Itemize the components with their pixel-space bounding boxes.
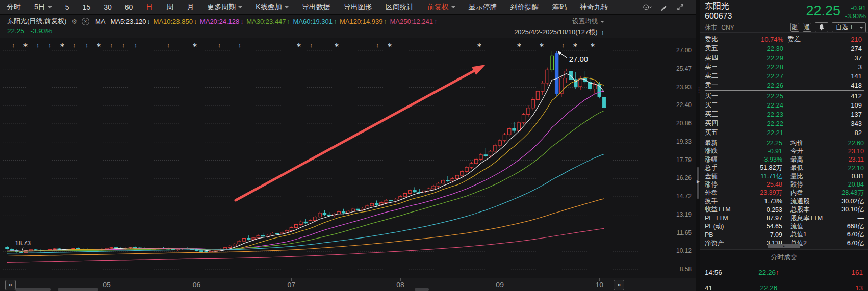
candle[interactable] (527, 105, 530, 117)
event-star-icon[interactable]: ∗ (477, 41, 482, 49)
candle[interactable] (541, 81, 544, 95)
candle[interactable] (508, 127, 511, 137)
candle[interactable] (242, 237, 245, 242)
event-star-icon[interactable]: ∗ (60, 41, 65, 49)
candle[interactable] (238, 240, 241, 244)
candle[interactable] (6, 246, 9, 249)
toolbar-item-5day[interactable]: 5日 (28, 0, 59, 14)
toolbar-item-price-alert[interactable]: 到价提醒 (504, 0, 546, 14)
event-updown-icon[interactable]: ↕ (122, 42, 125, 48)
candle[interactable] (437, 182, 440, 187)
h-scrollbar-thumb[interactable] (58, 288, 98, 291)
event-star-icon[interactable]: ∗ (96, 41, 102, 49)
toolbar-item-more-periods[interactable]: 更多周期 (200, 0, 249, 14)
candle[interactable] (304, 219, 307, 224)
toolbar-item-magic-nine[interactable]: 神奇九转 (573, 0, 615, 14)
candle[interactable] (361, 207, 364, 211)
book-level-row[interactable]: 卖四 22.29 37 (705, 53, 864, 62)
candle[interactable] (290, 227, 293, 231)
toolbar-item-15min[interactable]: 15 (76, 0, 97, 14)
event-star-icon[interactable]: ∗ (573, 41, 578, 49)
candle[interactable] (465, 166, 468, 173)
book-level-row[interactable]: 买五 22.21 82 (705, 128, 864, 137)
toolbar-item-minute[interactable]: 分时 (0, 0, 28, 14)
candle[interactable] (531, 97, 534, 111)
event-updown-icon[interactable]: ↕ (73, 42, 76, 48)
toolbar-item-daily[interactable]: 日 (139, 0, 160, 14)
ma-settings-button[interactable]: 设置均线 (572, 17, 604, 26)
fullscreen-icon[interactable] (676, 3, 685, 12)
toolbar-item-monthly[interactable]: 月 (180, 0, 200, 14)
book-level-row[interactable]: 卖三 22.28 3 (705, 62, 864, 71)
candle[interactable] (498, 139, 501, 147)
book-level-row[interactable]: 买二 22.24 109 (705, 100, 864, 110)
trend-arrow-annotation[interactable] (236, 71, 474, 200)
candle[interactable] (441, 179, 444, 185)
event-updown-icon[interactable]: ↕ (167, 42, 170, 48)
event-updown-icon[interactable]: ↕ (376, 42, 379, 48)
candle[interactable] (318, 212, 321, 218)
scroll-left-button[interactable]: « (5, 280, 16, 290)
toolbar-item-weekly[interactable]: 周 (160, 0, 180, 14)
event-star-icon[interactable]: ∗ (517, 41, 522, 49)
event-updown-icon[interactable]: ↕ (85, 42, 88, 48)
toolbar-item-5min[interactable]: 5 (59, 0, 76, 14)
gear-icon[interactable]: ⚙ (71, 18, 78, 25)
book-level-row[interactable]: 买四 22.22 343 (705, 119, 864, 128)
toolbar-item-export-image[interactable]: 导出图形 (337, 0, 379, 14)
kline-svg[interactable]: ↕∗↕↕∗↕↕∗↕↕↕↕∗↕↕∗↕∗↕∗∗∗∗↕∗∗27.0018.73 (0, 38, 696, 278)
draw-pencil-icon[interactable] (659, 3, 669, 12)
candle[interactable] (484, 148, 487, 157)
event-updown-icon[interactable]: ↕ (48, 42, 52, 48)
event-updown-icon[interactable]: ↕ (561, 42, 565, 48)
book-level-row[interactable]: 买一 22.25 412 (705, 91, 864, 100)
toolbar-item-chips[interactable]: 筹码 (546, 0, 573, 14)
candle[interactable] (375, 200, 378, 205)
candle[interactable] (356, 206, 359, 211)
toolbar-item-forward-adjust[interactable]: 前复权 (421, 0, 462, 14)
history-clock-icon[interactable] (643, 3, 652, 12)
event-star-icon[interactable]: ∗ (334, 41, 340, 49)
event-star-icon[interactable]: ∗ (296, 41, 302, 49)
candle[interactable] (546, 68, 549, 86)
event-star-icon[interactable]: ∗ (387, 41, 393, 49)
candle[interactable] (461, 170, 464, 177)
candlestick-chart[interactable]: ↕∗↕↕∗↕↕∗↕↕↕↕∗↕↕∗↕∗↕∗∗∗∗↕∗∗27.0018.73 27.… (0, 38, 696, 278)
book-level-row[interactable]: 买三 22.23 137 (705, 110, 864, 119)
candle[interactable] (299, 221, 302, 226)
event-updown-icon[interactable]: ↕ (36, 42, 39, 48)
candle[interactable] (413, 187, 416, 193)
candle[interactable] (470, 162, 473, 169)
candle[interactable] (266, 234, 269, 238)
book-level-row[interactable]: 卖一 22.26 418 (705, 81, 864, 90)
event-star-icon[interactable]: ∗ (192, 41, 198, 49)
candle[interactable] (503, 133, 506, 143)
book-level-row[interactable]: 卖五 22.30 274 (705, 44, 864, 53)
ma-toggle[interactable]: MA (95, 18, 106, 25)
candle[interactable] (228, 245, 231, 248)
scroll-right-button[interactable]: » (614, 280, 624, 290)
candle[interactable] (479, 153, 482, 161)
candle[interactable] (494, 144, 497, 153)
alert-bell-icon[interactable] (815, 22, 828, 32)
candle[interactable] (408, 189, 411, 195)
event-star-icon[interactable]: ∗ (539, 41, 545, 49)
candle[interactable] (261, 233, 264, 237)
candle[interactable] (522, 113, 525, 124)
event-updown-icon[interactable]: ↕ (218, 42, 221, 48)
candle[interactable] (560, 76, 563, 97)
toolbar-item-60min[interactable]: 60 (118, 0, 140, 14)
candle[interactable] (550, 51, 553, 72)
panel-splitter[interactable]: ⋮⋮ ▶ (696, 0, 700, 291)
event-star-icon[interactable]: ∗ (23, 41, 29, 49)
event-updown-icon[interactable]: ↕ (12, 42, 15, 48)
h-scrollbar-thumb[interactable] (415, 288, 429, 291)
toolbar-item-kline-overlay[interactable]: K线叠加 (249, 0, 295, 14)
toolbar-item-export-data[interactable]: 导出数据 (295, 0, 337, 14)
event-updown-icon[interactable]: ↕ (110, 42, 113, 48)
tick-trade-panel[interactable]: 分时成交 14:56 22.26↑ 161 41 22.26 13 (700, 249, 868, 291)
candle[interactable] (294, 224, 297, 229)
candle[interactable] (247, 235, 250, 240)
candle[interactable] (536, 89, 539, 103)
candle[interactable] (475, 158, 478, 165)
